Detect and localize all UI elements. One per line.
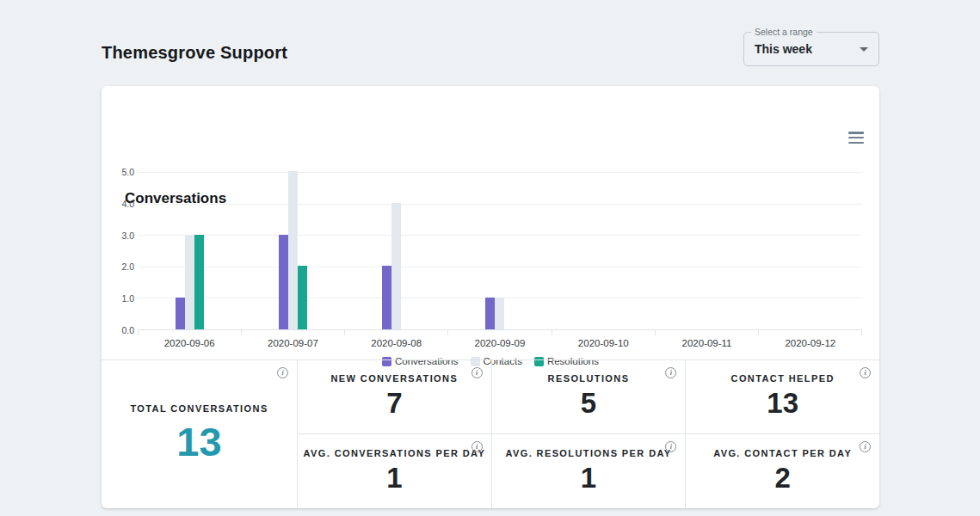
stat-value: 5 <box>581 385 596 421</box>
bar-contacts <box>185 235 194 329</box>
y-tick-label: 1.0 <box>121 293 134 304</box>
x-tick-label: 2020-09-11 <box>655 338 758 348</box>
bar-contacts <box>288 171 298 329</box>
bar-group <box>759 172 862 329</box>
range-select-value: This week <box>755 42 812 56</box>
stat-label: TOTAL CONVERSATIONS <box>130 403 268 414</box>
bar-group <box>241 172 344 329</box>
x-tick-label: 2020-09-06 <box>138 338 241 348</box>
info-icon[interactable]: i <box>665 367 676 378</box>
bar-conversations <box>279 235 288 329</box>
bar-group <box>345 172 448 329</box>
x-axis-ticks <box>138 330 862 335</box>
y-tick-label: 0.0 <box>121 325 134 335</box>
stat-label: AVG. CONTACT PER DAY <box>713 448 852 458</box>
info-icon[interactable]: i <box>860 367 871 378</box>
stat-value: 1 <box>581 460 596 495</box>
bar-conversations <box>485 298 495 329</box>
stat-cell: i AVG. CONTACT PER DAY 2 <box>685 434 879 508</box>
range-select-label: Select a range <box>751 27 817 38</box>
info-icon[interactable]: i <box>472 441 483 452</box>
stat-cell: i CONTACT HELPED 13 <box>685 360 879 434</box>
stat-label: RESOLUTIONS <box>548 373 630 384</box>
y-tick-label: 4.0 <box>121 199 134 209</box>
x-tick-label: 2020-09-09 <box>448 338 552 348</box>
info-icon[interactable]: i <box>860 441 871 452</box>
stat-value: 13 <box>767 385 798 421</box>
page-header: Themesgrove Support Select a range This … <box>102 0 879 86</box>
stat-label: AVG. CONVERSATIONS PER DAY <box>304 448 486 458</box>
conversations-card: Conversations 5.04.03.02.01.00.0 2020-09… <box>102 86 879 508</box>
bar-group <box>448 172 552 329</box>
stat-total-conversations: i TOTAL CONVERSATIONS 13 <box>102 360 297 508</box>
info-icon[interactable]: i <box>277 367 288 378</box>
stats-section: i TOTAL CONVERSATIONS 13 i NEW CONVERSAT… <box>102 359 879 508</box>
chevron-down-icon <box>860 47 868 52</box>
bar-group <box>655 172 758 329</box>
bar-contacts <box>391 203 401 329</box>
x-tick-label: 2020-09-10 <box>552 338 655 348</box>
y-axis: 5.04.03.02.01.00.0 <box>108 172 138 330</box>
bar-contacts <box>495 298 504 329</box>
chart: 5.04.03.02.01.00.0 2020-09-062020-09-072… <box>102 172 879 366</box>
x-tick-label: 2020-09-12 <box>759 338 862 348</box>
stat-label: NEW CONVERSATIONS <box>330 373 458 384</box>
bar-resolutions <box>194 235 204 329</box>
plot-area <box>138 172 862 330</box>
bar-resolutions <box>298 266 307 329</box>
stat-label: CONTACT HELPED <box>731 373 835 384</box>
stat-value: 1 <box>386 460 402 495</box>
stat-cell: i RESOLUTIONS 5 <box>491 360 686 434</box>
page-title: Themesgrove Support <box>102 43 287 63</box>
x-tick-label: 2020-09-07 <box>241 338 344 348</box>
x-tick-label: 2020-09-08 <box>345 338 448 348</box>
stat-value: 2 <box>774 460 790 495</box>
bar-conversations <box>176 298 185 329</box>
stat-label: AVG. RESOLUTIONS PER DAY <box>505 448 671 458</box>
y-tick-label: 3.0 <box>121 230 134 241</box>
stat-value: 13 <box>176 419 221 465</box>
x-axis-labels: 2020-09-062020-09-072020-09-082020-09-09… <box>138 338 862 348</box>
stat-cell: i AVG. CONVERSATIONS PER DAY 1 <box>297 434 491 508</box>
bar-group <box>138 172 241 329</box>
y-tick-label: 5.0 <box>121 167 134 177</box>
info-icon[interactable]: i <box>665 441 676 452</box>
bar-conversations <box>382 266 391 329</box>
stat-value: 7 <box>386 385 402 421</box>
hamburger-icon[interactable] <box>848 132 864 144</box>
stat-cell: i NEW CONVERSATIONS 7 <box>297 360 491 434</box>
stat-cell: i AVG. RESOLUTIONS PER DAY 1 <box>491 434 686 508</box>
range-select[interactable]: Select a range This week <box>743 32 879 66</box>
y-tick-label: 2.0 <box>121 261 134 272</box>
bar-group <box>552 172 655 329</box>
info-icon[interactable]: i <box>472 367 483 378</box>
stat-grid: i NEW CONVERSATIONS 7 i RESOLUTIONS 5 i … <box>297 360 879 508</box>
